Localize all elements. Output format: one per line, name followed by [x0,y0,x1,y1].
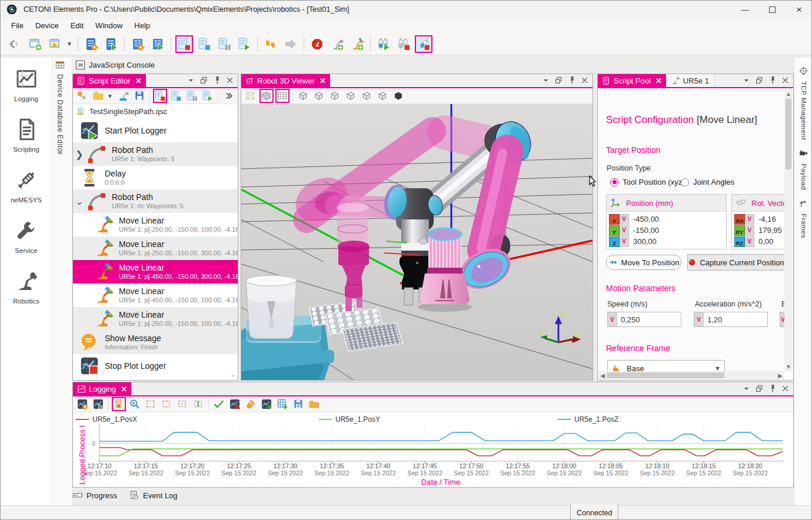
script-assign-icon[interactable] [169,89,183,103]
logging-close-icon[interactable]: ✕ [121,385,127,394]
script-item-move-linear[interactable]: Move LinearUR5e 1: p[-250.00, -150.00, 1… [73,307,238,331]
panel-menu-button[interactable] [741,75,752,86]
sidebar-item-logging[interactable]: Logging [1,67,52,102]
progress-tab[interactable]: Progress [72,490,117,501]
sidebar-item-service[interactable]: Service [1,219,52,254]
expander-icon[interactable]: ❯ [73,149,86,160]
menu-window[interactable]: Window [89,18,128,33]
run-config-icon[interactable] [75,89,89,103]
menu-help[interactable]: Help [128,18,156,33]
script-item-show-message[interactable]: Show MessageInformation: Finish [73,331,238,354]
cube-bottom-icon[interactable] [312,89,326,103]
clip-box-icon[interactable] [259,89,274,103]
syringe-single-stop-icon[interactable] [415,35,432,53]
cube-back-icon[interactable] [375,89,390,103]
zoom-fit-icon[interactable] [191,397,205,411]
dropdown-arrow-icon[interactable]: ▼ [66,35,74,53]
script-item-delay[interactable]: Delay0:0:6:0 [73,166,238,189]
cube-left-icon[interactable] [328,89,342,103]
script-pool-close-icon[interactable]: ✕ [655,76,662,85]
panel-pin-button[interactable] [767,75,778,86]
probe-icon[interactable] [112,397,126,411]
sidebar-item-nemesys[interactable]: neMESYS [1,168,52,204]
save-data-icon[interactable] [291,397,305,411]
script-item-stop-plot-logger[interactable]: Stop Plot Logger [73,354,238,378]
disconnect-icon[interactable] [6,35,24,53]
script-stop-icon[interactable] [153,89,167,103]
emergency-stop-icon[interactable] [308,35,326,53]
menu-device[interactable]: Device [29,18,65,33]
capture-position-button[interactable]: Capture Current Position [687,254,784,271]
save-icon[interactable] [132,89,147,103]
script-pause-icon[interactable] [185,89,199,103]
step-next-icon[interactable] [282,35,299,53]
robot-3d-viewer-tab[interactable]: Robot 3D Viewer✕ [241,74,330,87]
logging-chart[interactable]: UR5e_1.PosXUR5e_1.PosYUR5e_1.PosZ12:17:1… [73,413,793,487]
pool-hscrollbar[interactable]: ◀ ▶ [598,371,784,379]
logging-tab[interactable]: Logging✕ [73,382,131,395]
footsteps-icon[interactable] [262,35,279,53]
axis-row-y[interactable]: YV-150,00 [609,225,724,236]
script-item-start-plot-logger[interactable]: Start Plot Logger [73,119,238,142]
script-item-robot-path[interactable]: ❯Robot PathUR5e 1: Waypoints: 5 [73,142,238,166]
open-folder-icon[interactable] [91,89,105,103]
script-file-row[interactable]: TestSingleStepPath.qsc ⌃ [73,104,238,119]
table-export-icon[interactable] [275,397,289,411]
script-item-move-linear[interactable]: Move LinearUR5e 1: p[-450.00, -150.00, 1… [73,284,238,307]
favorites-icon[interactable] [46,35,64,53]
script-item-move-linear[interactable]: Move LinearUR5e 1: p[-250.00, -150.00, 3… [73,236,238,260]
chart-start-icon[interactable] [91,397,105,411]
panel-menu-button[interactable] [541,75,551,86]
panel-float-button[interactable] [554,75,564,86]
chart-config-icon[interactable] [75,397,89,411]
script-start-icon[interactable] [235,35,253,53]
device-config-icon[interactable] [129,35,147,53]
panel-close-button[interactable] [580,75,590,86]
script-editor-close-icon[interactable]: ✕ [135,76,142,85]
device-database-editor-tab[interactable]: Device Database Editor [55,60,65,155]
panel-float-button[interactable] [199,75,209,86]
chart-export-icon[interactable] [259,397,274,411]
syringe-stop-icon[interactable] [395,35,412,53]
cube-front-icon[interactable] [360,89,374,103]
dropdown-arrow-icon[interactable]: ▼ [107,87,114,105]
axis-row-z[interactable]: ZV300,00 [609,236,724,247]
blend-field[interactable]: V [780,312,784,327]
chart-clear-icon[interactable] [228,397,242,411]
zoom-h-icon[interactable] [175,397,189,411]
radio-tool-position[interactable]: Tool Position (xyz) [610,178,684,186]
pool-vscrollbar[interactable]: ▲ ▼ [784,89,793,371]
sidebar-item-scripting[interactable]: Scripting [1,118,52,153]
reference-frame-dropdown[interactable]: Base ▼ [607,360,725,371]
script-start-icon[interactable] [201,89,215,103]
menu-file[interactable]: File [5,18,29,33]
zoom-v-icon[interactable] [159,397,174,411]
robot-3d-viewport[interactable]: ZXY [241,104,593,380]
syringe-start-icon[interactable] [375,35,392,53]
axis-row-rz[interactable]: RZV0,00 [734,236,784,247]
zoom-in-icon[interactable] [128,397,142,411]
js-console-tab[interactable]: JS JavaScript Console [72,58,238,72]
process-start-icon[interactable] [102,35,120,53]
panel-pin-button[interactable] [567,75,577,86]
script-item-move-linear[interactable]: Move LinearUR5e 1: p[-450.00, -150.00, 3… [73,260,238,284]
sidebar-item-robotics[interactable]: Robotics [1,269,52,305]
cube-right-icon[interactable] [344,89,358,103]
axis-row-ry[interactable]: RYV179,95 [734,225,784,236]
window-add-icon[interactable] [26,35,44,53]
script-pool-tab[interactable]: Script Pool✕ [598,74,666,87]
cube-iso-icon[interactable] [391,89,405,103]
minimize-button[interactable]: — [731,1,758,18]
process-config-icon[interactable] [82,35,100,53]
open-data-icon[interactable] [307,397,321,411]
overflow-icon[interactable] [222,89,236,103]
close-button[interactable]: ✕ [786,1,812,18]
robot-add-icon[interactable] [328,35,346,53]
radio-joint-angles[interactable]: Joint Angles [681,178,734,186]
panel-pin-button[interactable] [767,384,778,394]
panel-menu-button[interactable] [186,75,197,86]
script-stop-icon[interactable] [175,35,193,53]
cube-top-icon[interactable] [296,89,310,103]
event-log-tab[interactable]: Event Log [129,490,178,501]
panel-close-button[interactable] [225,75,235,86]
